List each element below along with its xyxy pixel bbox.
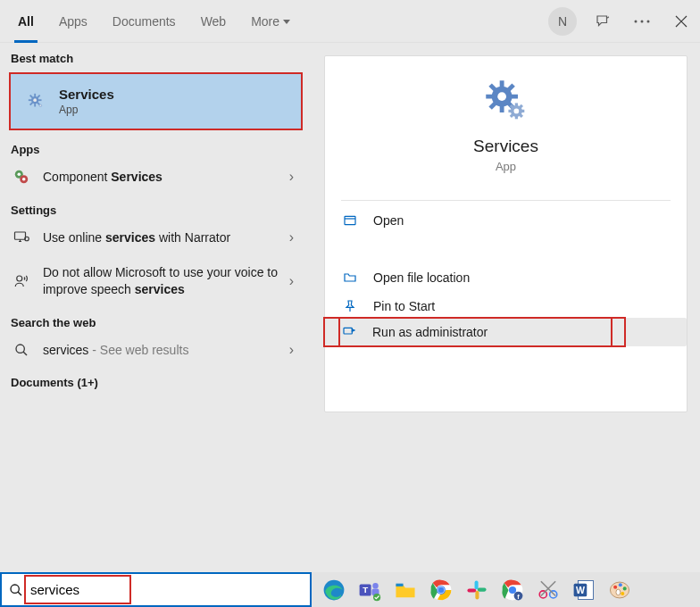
- svg-rect-52: [467, 588, 476, 592]
- taskbar-snip-icon[interactable]: [533, 575, 563, 605]
- result-web-services[interactable]: services - See web results ›: [0, 333, 312, 368]
- tab-more[interactable]: More: [238, 0, 303, 43]
- svg-point-41: [372, 582, 379, 588]
- more-options-icon[interactable]: [629, 8, 655, 35]
- chevron-right-icon: ›: [289, 229, 299, 245]
- taskbar-paint-icon[interactable]: [604, 575, 635, 605]
- tab-documents[interactable]: Documents: [100, 0, 188, 43]
- svg-point-67: [623, 586, 627, 590]
- svg-point-10: [40, 104, 42, 106]
- svg-rect-50: [478, 587, 487, 591]
- pin-icon: [341, 299, 359, 313]
- svg-point-68: [621, 592, 624, 595]
- taskbar-search[interactable]: [0, 572, 312, 607]
- monitor-icon: [12, 229, 30, 245]
- action-run-as-administrator[interactable]: Run as administrator: [324, 318, 612, 346]
- results-panel: Best match Services App Apps Component S…: [0, 43, 312, 572]
- section-search-web: Search the web: [0, 307, 312, 333]
- open-icon: [341, 213, 359, 228]
- taskbar-chrome-beta-icon[interactable]: f: [497, 575, 528, 605]
- section-documents: Documents (1+): [0, 367, 312, 393]
- taskbar-teams-icon[interactable]: T: [354, 575, 385, 605]
- svg-point-13: [18, 173, 21, 177]
- action-pin-start[interactable]: Pin to Start: [325, 292, 687, 320]
- svg-point-2: [647, 21, 650, 23]
- detail-subtitle: App: [325, 160, 687, 173]
- svg-point-25: [497, 92, 506, 101]
- taskbar-edge-icon[interactable]: [319, 575, 349, 605]
- svg-rect-15: [15, 232, 26, 239]
- section-apps: Apps: [0, 134, 312, 160]
- section-settings: Settings: [0, 195, 312, 220]
- svg-point-0: [635, 21, 638, 23]
- svg-rect-35: [344, 328, 352, 334]
- chevron-right-icon: ›: [289, 273, 299, 289]
- gear-icon: [27, 92, 46, 112]
- svg-point-69: [616, 589, 621, 595]
- search-input[interactable]: [30, 574, 310, 605]
- svg-point-18: [16, 345, 24, 353]
- shield-icon: [340, 325, 358, 339]
- detail-title: Services: [325, 137, 687, 156]
- chevron-right-icon: ›: [289, 169, 299, 185]
- taskbar-chrome-icon[interactable]: [426, 575, 456, 605]
- svg-point-66: [619, 583, 622, 586]
- svg-line-19: [23, 352, 27, 355]
- svg-text:W: W: [576, 585, 585, 595]
- svg-rect-49: [475, 580, 479, 589]
- taskbar-slack-icon[interactable]: [462, 575, 492, 605]
- action-open[interactable]: Open: [325, 206, 687, 235]
- services-app-icon: [483, 78, 529, 124]
- section-best-match: Best match: [0, 43, 312, 69]
- filter-tabs: All Apps Documents Web More N: [0, 0, 700, 43]
- svg-point-14: [22, 178, 26, 181]
- taskbar-explorer-icon[interactable]: [390, 575, 421, 605]
- folder-icon: [341, 270, 359, 285]
- result-title: Services: [59, 87, 114, 102]
- tab-web[interactable]: Web: [188, 0, 239, 43]
- result-services-app[interactable]: Services App: [9, 72, 303, 130]
- speech-icon: [12, 273, 30, 289]
- result-subtitle: App: [59, 104, 114, 116]
- taskbar-word-icon[interactable]: W: [569, 575, 599, 605]
- svg-rect-44: [396, 583, 403, 586]
- component-services-icon: [12, 169, 30, 185]
- svg-text:T: T: [362, 585, 368, 595]
- svg-point-36: [11, 585, 19, 593]
- feedback-icon[interactable]: [589, 8, 616, 35]
- svg-rect-32: [345, 216, 355, 224]
- chevron-right-icon: ›: [289, 342, 299, 358]
- svg-point-65: [613, 585, 617, 588]
- tab-apps[interactable]: Apps: [46, 0, 100, 43]
- search-icon: [12, 343, 30, 357]
- tab-all[interactable]: All: [5, 0, 46, 43]
- chevron-down-icon: [283, 20, 290, 24]
- svg-point-1: [641, 21, 644, 23]
- result-narrator-services[interactable]: Use online services with Narrator ›: [0, 220, 312, 255]
- taskbar: T f W: [0, 572, 700, 607]
- svg-point-31: [513, 109, 519, 114]
- detail-panel: Services App Open Open file location Pin…: [312, 43, 700, 572]
- result-speech-services[interactable]: Do not allow Microsoft to use your voice…: [0, 255, 312, 307]
- svg-point-8: [33, 98, 37, 102]
- svg-line-37: [18, 592, 21, 595]
- svg-rect-51: [475, 590, 479, 599]
- close-button[interactable]: [668, 8, 695, 35]
- svg-point-17: [17, 276, 22, 281]
- action-open-file-location[interactable]: Open file location: [325, 263, 687, 292]
- search-icon: [2, 583, 30, 597]
- svg-point-48: [438, 586, 445, 593]
- user-avatar[interactable]: N: [548, 7, 577, 36]
- result-component-services[interactable]: Component Services ›: [0, 160, 312, 195]
- divider: [341, 200, 671, 201]
- svg-point-54: [509, 586, 516, 593]
